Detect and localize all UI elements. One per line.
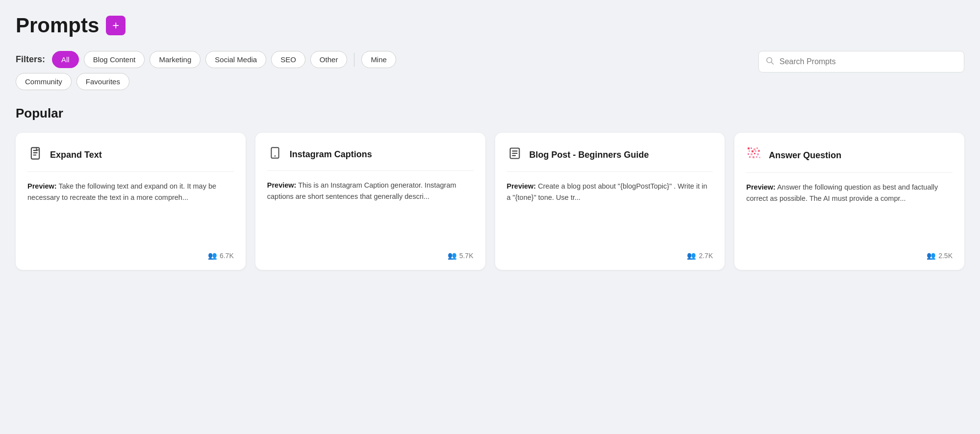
filter-chip-seo[interactable]: SEO xyxy=(271,51,305,68)
card-footer-answer: 👥 2.5K xyxy=(746,251,953,260)
filter-chip-blog-content[interactable]: Blog Content xyxy=(84,51,145,68)
card-instagram-captions[interactable]: Instagram Captions Preview: This is an I… xyxy=(255,133,485,270)
stat-value-blog: 2.7K xyxy=(699,252,713,260)
search-input[interactable] xyxy=(758,51,964,72)
users-icon-expand: 👥 xyxy=(208,251,217,260)
svg-rect-2 xyxy=(31,147,39,159)
svg-rect-7 xyxy=(751,147,752,149)
stat-value-instagram: 5.7K xyxy=(459,252,474,260)
users-icon-answer: 👥 xyxy=(927,251,936,260)
page-header: Prompts + xyxy=(16,14,964,37)
filter-chip-all[interactable]: All xyxy=(52,51,79,68)
users-icon-blog: 👥 xyxy=(687,251,696,260)
search-container xyxy=(758,51,964,72)
users-icon-instagram: 👥 xyxy=(448,251,457,260)
filter-chip-marketing[interactable]: Marketing xyxy=(150,51,201,68)
svg-rect-16 xyxy=(754,153,755,154)
expand-text-icon xyxy=(27,146,43,164)
svg-rect-12 xyxy=(755,150,756,152)
filter-divider xyxy=(354,53,354,67)
svg-rect-20 xyxy=(756,156,757,158)
card-title-blog: Blog Post - Beginners Guide xyxy=(529,149,649,161)
page-title: Prompts xyxy=(16,14,99,37)
svg-rect-17 xyxy=(757,153,759,155)
preview-bold-label-ig: Preview: xyxy=(267,181,297,189)
filters-row-2: Community Favourites xyxy=(16,73,396,90)
filter-chip-social-media[interactable]: Social Media xyxy=(205,51,266,68)
card-answer-question[interactable]: Answer Question Preview: Answer the foll… xyxy=(734,133,964,270)
card-header-blog: Blog Post - Beginners Guide xyxy=(507,146,713,172)
svg-rect-11 xyxy=(752,150,754,152)
filter-chip-favourites[interactable]: Favourites xyxy=(76,73,129,90)
cards-grid: Expand Text Preview: Take the following … xyxy=(16,133,964,270)
preview-bold-label-answer: Preview: xyxy=(746,183,776,191)
svg-rect-8 xyxy=(754,148,755,150)
card-stat-blog: 👥 2.7K xyxy=(687,251,713,260)
card-expand-text[interactable]: Expand Text Preview: Take the following … xyxy=(16,133,246,270)
answer-question-icon xyxy=(746,146,762,165)
filter-chip-other[interactable]: Other xyxy=(310,51,348,68)
filters-left: Filters: All Blog Content Marketing Soci… xyxy=(16,51,396,90)
svg-rect-19 xyxy=(753,156,754,158)
svg-rect-6 xyxy=(748,147,750,149)
svg-rect-9 xyxy=(756,147,758,149)
card-preview-expand-text: Preview: Take the following text and exp… xyxy=(27,181,234,243)
card-preview-blog: Preview: Create a blog post about "{blog… xyxy=(507,181,713,243)
card-title-instagram: Instagram Captions xyxy=(290,149,372,160)
svg-rect-10 xyxy=(749,150,750,152)
card-footer-blog: 👥 2.7K xyxy=(507,251,713,260)
card-stat-expand-text: 👥 6.7K xyxy=(208,251,234,260)
svg-rect-21 xyxy=(759,157,760,158)
card-preview-answer: Preview: Answer the following question a… xyxy=(746,182,953,243)
card-blog-post[interactable]: Blog Post - Beginners Guide Preview: Cre… xyxy=(495,133,725,270)
blog-icon xyxy=(507,146,523,164)
popular-section: Popular Expand Text Preview: Take the fo… xyxy=(16,106,964,270)
card-stat-answer: 👥 2.5K xyxy=(927,251,953,260)
card-header-answer: Answer Question xyxy=(746,146,953,173)
card-footer-instagram: 👥 5.7K xyxy=(267,251,474,260)
card-title-answer: Answer Question xyxy=(769,150,841,161)
svg-rect-13 xyxy=(758,150,760,152)
instagram-icon xyxy=(267,146,283,163)
stat-value-expand: 6.7K xyxy=(220,252,234,260)
card-preview-instagram: Preview: This is an Instagram Caption ge… xyxy=(267,180,474,243)
preview-bold-label-blog: Preview: xyxy=(507,182,536,190)
popular-section-title: Popular xyxy=(16,106,964,121)
card-title-expand-text: Expand Text xyxy=(50,149,102,161)
card-stat-instagram: 👥 5.7K xyxy=(448,251,474,260)
filter-chip-mine[interactable]: Mine xyxy=(361,51,396,68)
svg-rect-15 xyxy=(751,153,753,155)
filter-chip-community[interactable]: Community xyxy=(16,73,72,90)
card-header-expand-text: Expand Text xyxy=(27,146,234,172)
filters-area: Filters: All Blog Content Marketing Soci… xyxy=(16,51,964,90)
svg-rect-18 xyxy=(749,156,751,158)
preview-bold-label: Preview: xyxy=(27,182,57,190)
card-footer-expand-text: 👥 6.7K xyxy=(27,251,234,260)
add-prompt-button[interactable]: + xyxy=(106,16,126,35)
filters-row-1: Filters: All Blog Content Marketing Soci… xyxy=(16,51,396,68)
filters-label: Filters: xyxy=(16,54,45,65)
card-preview-text-blog: Create a blog post about "{blogPostTopic… xyxy=(507,182,707,201)
svg-rect-14 xyxy=(748,153,749,155)
stat-value-answer: 2.5K xyxy=(938,252,953,260)
card-header-instagram: Instagram Captions xyxy=(267,146,474,171)
